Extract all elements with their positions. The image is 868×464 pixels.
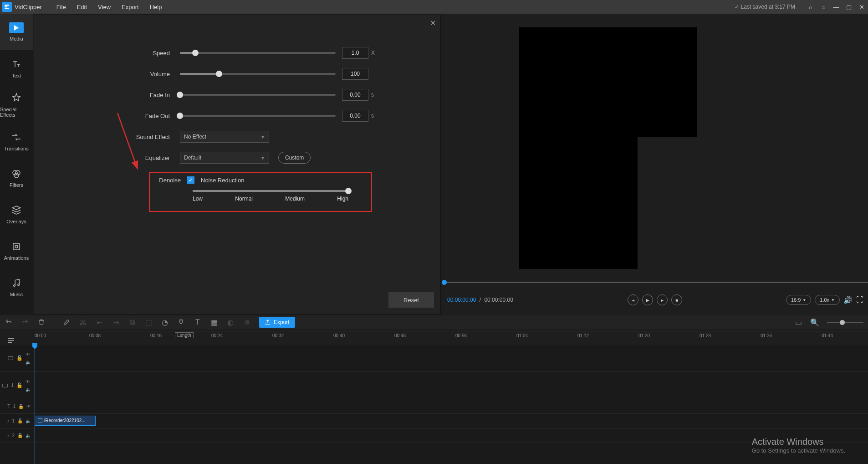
- cut-icon[interactable]: [79, 318, 87, 326]
- app-logo-icon: [2, 2, 12, 12]
- video-track-1[interactable]: 🔓 👁 🔈: [0, 345, 868, 372]
- sidebar-item-media[interactable]: Media: [0, 14, 33, 50]
- row-fadeout: Fade Out s: [34, 105, 440, 126]
- mosaic-icon[interactable]: ▦: [210, 318, 218, 326]
- redo-icon[interactable]: [21, 318, 29, 326]
- animations-icon: [10, 241, 22, 253]
- text-tool-icon[interactable]: T: [194, 318, 202, 326]
- hamburger-icon[interactable]: ≡: [819, 2, 828, 11]
- home-icon[interactable]: ⌂: [806, 2, 815, 11]
- lock-icon[interactable]: 🔓: [16, 355, 23, 361]
- sidebar-item-music[interactable]: Music: [0, 269, 33, 305]
- equalizer-custom-button[interactable]: Custom: [278, 152, 311, 164]
- sidebar-item-filters[interactable]: Filters: [0, 160, 33, 196]
- copy-icon[interactable]: ⧉: [128, 318, 136, 326]
- volume-slider[interactable]: [180, 73, 336, 75]
- sidebar-item-text[interactable]: Text: [0, 50, 33, 87]
- denoise-level-slider[interactable]: [193, 190, 348, 192]
- volume-icon[interactable]: 🔊: [843, 296, 853, 304]
- eye-icon[interactable]: 👁: [26, 352, 31, 357]
- playback-speed-select[interactable]: 1.0x▼: [815, 295, 840, 305]
- maximize-icon[interactable]: ▢: [844, 2, 853, 11]
- sidebar-item-effects[interactable]: Special Effects: [0, 87, 33, 123]
- fadeout-slider[interactable]: [180, 115, 336, 117]
- ruler-tick: 01:04: [516, 333, 528, 338]
- lock-icon[interactable]: 🔓: [18, 404, 24, 409]
- ruler-tick: 00:24: [211, 333, 223, 338]
- text-track[interactable]: T 1 🔓 👁: [0, 399, 868, 414]
- fadeout-input[interactable]: [342, 110, 368, 122]
- lock-icon[interactable]: 🔓: [17, 433, 23, 438]
- ruler-tick: 00:08: [89, 333, 101, 338]
- overlays-icon: [10, 204, 22, 216]
- menu-edit[interactable]: Edit: [71, 0, 92, 14]
- denoise-checkbox[interactable]: ✓: [187, 176, 194, 184]
- menu-file[interactable]: File: [51, 0, 71, 14]
- fit-icon[interactable]: ▭: [794, 318, 802, 326]
- volume-input[interactable]: [342, 68, 368, 80]
- track-menu-icon[interactable]: [4, 335, 18, 345]
- preview-scrubber[interactable]: [442, 282, 868, 283]
- menu-help[interactable]: Help: [144, 0, 168, 14]
- undo-icon[interactable]: [5, 318, 13, 326]
- close-window-icon[interactable]: ✕: [857, 2, 866, 11]
- lock-icon[interactable]: 🔓: [16, 382, 23, 388]
- time-total: 00:00:00.00: [484, 297, 513, 303]
- speaker-icon[interactable]: 🔈: [26, 360, 31, 365]
- ruler-tick: 00:32: [272, 333, 284, 338]
- sidebar-item-animations[interactable]: Animations: [0, 232, 33, 269]
- reset-button[interactable]: Reset: [388, 292, 434, 308]
- stop-button[interactable]: ■: [671, 294, 682, 305]
- video-track-2[interactable]: 1 🔓 👁 🔈: [0, 372, 868, 399]
- ruler-tick: 00:00: [35, 333, 46, 338]
- trim-end-icon[interactable]: ⇥: [112, 318, 120, 326]
- freeze-icon[interactable]: ❄: [243, 318, 251, 326]
- eye-icon[interactable]: 👁: [26, 404, 31, 409]
- play-button[interactable]: ▶: [642, 294, 653, 305]
- music-track-icon: ♪: [7, 433, 9, 438]
- export-button[interactable]: Export: [259, 317, 295, 328]
- sidebar: Media Text Special Effects Transitions F…: [0, 14, 33, 314]
- speed-slider[interactable]: [180, 52, 336, 54]
- audio-track-1[interactable]: ♪ 1 🔓 🔈 iRecorder2022102...: [0, 414, 868, 428]
- playhead-line[interactable]: [35, 345, 35, 464]
- denoise-highlight-box: Denoise ✓ Noise Reduction Low Normal Med…: [149, 172, 372, 212]
- eye-icon[interactable]: 👁: [26, 379, 31, 384]
- audio-clip[interactable]: iRecorder2022102...: [35, 416, 96, 426]
- sidebar-item-overlays[interactable]: Overlays: [0, 196, 33, 232]
- prev-frame-button[interactable]: ◂: [628, 294, 638, 305]
- voiceover-icon[interactable]: 🎙: [177, 318, 185, 326]
- fadein-slider[interactable]: [180, 94, 336, 96]
- aspect-ratio-select[interactable]: 16:9▼: [786, 295, 811, 305]
- timeline-zoom-slider[interactable]: [827, 322, 863, 323]
- lock-icon[interactable]: 🔓: [17, 418, 23, 423]
- timeline-ruler[interactable]: 00:00 00:08 00:16 Length 00:24 00:32 00:…: [35, 331, 868, 343]
- minimize-icon[interactable]: —: [832, 2, 841, 11]
- menu-export[interactable]: Export: [116, 0, 144, 14]
- zoom-icon[interactable]: 🔍: [811, 318, 819, 326]
- speaker-icon[interactable]: 🔈: [26, 433, 31, 438]
- speed-input[interactable]: [342, 47, 368, 59]
- sound-effect-select[interactable]: No Effect ▼: [180, 131, 269, 143]
- crop-icon[interactable]: ⬚: [144, 318, 153, 326]
- delete-icon[interactable]: [37, 318, 46, 326]
- chevron-down-icon: ▼: [260, 155, 265, 160]
- next-frame-button[interactable]: ▸: [657, 294, 668, 305]
- close-panel-icon[interactable]: ✕: [430, 19, 436, 27]
- speed-icon[interactable]: ◔: [161, 318, 169, 326]
- speaker-icon[interactable]: 🔈: [26, 418, 31, 423]
- denoise-level-high: High: [337, 196, 348, 202]
- sidebar-label-text: Text: [12, 73, 21, 78]
- menu-view[interactable]: View: [92, 0, 116, 14]
- speaker-icon[interactable]: 🔈: [26, 387, 31, 392]
- trim-start-icon[interactable]: ⇤: [95, 318, 103, 326]
- sidebar-label-effects: Special Effects: [0, 107, 33, 118]
- fullscreen-icon[interactable]: ⛶: [856, 296, 863, 304]
- equalizer-select[interactable]: Default ▼: [180, 152, 269, 164]
- sidebar-item-transitions[interactable]: Transitions: [0, 123, 33, 160]
- color-icon[interactable]: ◐: [226, 318, 235, 326]
- sidebar-label-overlays: Overlays: [6, 219, 26, 224]
- audio-track-2[interactable]: ♪ 2 🔓 🔈: [0, 428, 868, 443]
- edit-icon[interactable]: [62, 318, 71, 326]
- fadein-input[interactable]: [342, 89, 368, 101]
